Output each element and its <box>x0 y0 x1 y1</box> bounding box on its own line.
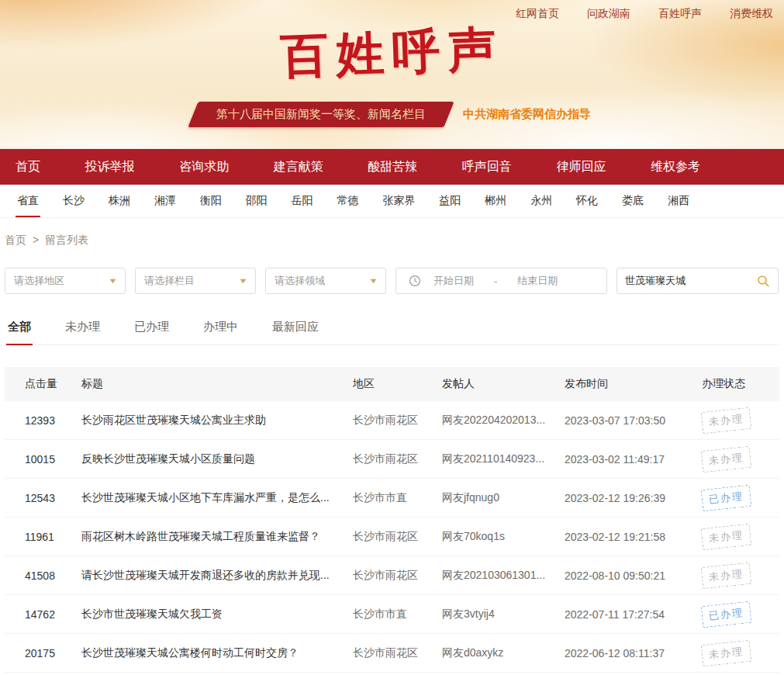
field-select[interactable]: 请选择领域 ▼ <box>265 268 386 294</box>
region-nav-item[interactable]: 益阳 <box>437 185 462 217</box>
field-select-placeholder: 请选择领域 <box>275 274 325 288</box>
status-cell: 已办理 <box>702 487 779 509</box>
table-row: 12393 长沙雨花区世茂璀璨天城公寓业主求助 长沙市雨花区 网友2022042… <box>5 401 779 440</box>
status-tab[interactable]: 办理中 <box>202 313 240 344</box>
status-cell: 未办理 <box>702 642 779 664</box>
table-row: 11961 雨花区树木岭路世茂璀璨天城工程质量谁来监督？ 长沙市雨花区 网友70… <box>5 518 779 556</box>
main-nav-item[interactable]: 投诉举报 <box>85 159 135 175</box>
col-header-clicks: 点击量 <box>25 377 81 391</box>
col-header-status: 办理状态 <box>702 377 779 391</box>
post-title-link[interactable]: 长沙世茂璀璨天城小区地下车库漏水严重，是怎么... <box>81 491 353 505</box>
clicks-count: 41508 <box>25 569 81 582</box>
status-tab[interactable]: 未办理 <box>64 313 102 344</box>
post-time: 2023-03-07 17:03:50 <box>565 414 702 427</box>
post-time: 2023-02-12 19:21:58 <box>565 531 702 543</box>
post-title-link[interactable]: 长沙雨花区世茂璀璨天城公寓业主求助 <box>81 414 353 428</box>
status-cell: 未办理 <box>702 448 779 470</box>
status-tabs: 全部未办理已办理办理中最新回应 <box>5 313 779 345</box>
breadcrumb-home-link[interactable]: 首页 <box>5 234 26 248</box>
post-time: 2023-03-02 11:49:17 <box>565 453 702 466</box>
main-nav-item[interactable]: 建言献策 <box>274 159 323 175</box>
status-cell: 未办理 <box>702 565 779 587</box>
post-region: 长沙市雨花区 <box>353 646 442 660</box>
search-icon[interactable] <box>757 275 770 288</box>
post-region: 长沙市雨花区 <box>353 452 442 466</box>
post-author: 网友jfqnug0 <box>442 491 565 505</box>
region-nav-item[interactable]: 长沙 <box>61 185 86 217</box>
table-row: 41508 请长沙世茂璀璨天城开发商退还多收的房款并兑现... 长沙市雨花区 网… <box>5 556 779 595</box>
region-nav-item[interactable]: 娄底 <box>620 185 645 217</box>
post-author: 网友202204202013... <box>442 414 565 428</box>
region-nav-item[interactable]: 省直 <box>16 185 40 217</box>
clicks-count: 11961 <box>25 531 81 543</box>
status-cell: 未办理 <box>702 526 779 548</box>
date-end-placeholder[interactable]: 结束日期 <box>517 274 558 288</box>
clicks-count: 12393 <box>25 414 81 427</box>
award-ribbon-row: 第十八届中国新闻奖一等奖、新闻名栏目 中共湖南省委网信办指导 <box>0 102 784 127</box>
post-region: 长沙市雨花区 <box>353 530 442 544</box>
post-region: 长沙市市直 <box>353 608 442 621</box>
region-select[interactable]: 请选择地区 ▼ <box>5 268 126 294</box>
breadcrumb: 首页 > 留言列表 <box>5 234 779 248</box>
post-time: 2022-08-10 09:50:21 <box>565 569 702 582</box>
search-box <box>616 268 779 294</box>
region-nav-item[interactable]: 邵阳 <box>244 185 269 217</box>
date-start-placeholder[interactable]: 开始日期 <box>433 274 474 288</box>
region-nav-item[interactable]: 张家界 <box>381 185 416 217</box>
main-nav-item[interactable]: 咨询求助 <box>179 159 229 175</box>
region-nav-item[interactable]: 湘潭 <box>153 185 178 217</box>
post-title-link[interactable]: 长沙市世茂璀璨天城欠我工资 <box>81 608 353 621</box>
status-tab[interactable]: 全部 <box>6 313 33 344</box>
post-title-link[interactable]: 请长沙世茂璀璨天城开发商退还多收的房款并兑现... <box>81 569 353 583</box>
clicks-count: 20175 <box>25 647 81 659</box>
chevron-down-icon: ▼ <box>108 277 117 285</box>
post-region: 长沙市雨花区 <box>353 569 442 583</box>
table-header: 点击量 标题 地区 发帖人 发布时间 办理状态 <box>5 367 779 401</box>
post-region: 长沙市市直 <box>353 491 442 505</box>
col-header-time: 发布时间 <box>565 377 702 391</box>
main-nav-item[interactable]: 首页 <box>16 159 40 175</box>
post-time: 2022-07-11 17:27:54 <box>565 608 702 621</box>
region-nav-item[interactable]: 常德 <box>335 185 360 217</box>
main-nav-item[interactable]: 律师回应 <box>556 159 606 175</box>
status-cell: 已办理 <box>702 604 779 625</box>
col-header-poster: 发帖人 <box>442 377 565 391</box>
date-range-picker[interactable]: 开始日期 - 结束日期 <box>395 268 607 294</box>
post-title-link[interactable]: 反映长沙世茂璀璨天城小区质量问题 <box>81 452 353 466</box>
col-header-title: 标题 <box>81 377 353 391</box>
post-time: 2022-06-12 08:11:37 <box>565 647 702 659</box>
region-nav-item[interactable]: 株洲 <box>107 185 132 217</box>
status-tab[interactable]: 最新回应 <box>271 313 320 344</box>
region-nav-item[interactable]: 衡阳 <box>199 185 223 217</box>
post-author: 网友202110140923... <box>442 452 565 466</box>
column-select[interactable]: 请选择栏目 ▼ <box>135 268 256 294</box>
col-header-region: 地区 <box>353 377 442 391</box>
chevron-down-icon: ▼ <box>368 277 378 285</box>
region-nav-item[interactable]: 永州 <box>529 185 554 217</box>
table-row: 14762 长沙市世茂璀璨天城欠我工资 长沙市市直 网友3vtyij4 2022… <box>5 595 779 634</box>
status-tab[interactable]: 已办理 <box>133 313 171 344</box>
main-nav-item[interactable]: 维权参考 <box>651 159 700 175</box>
main-nav-item[interactable]: 呼声回音 <box>462 159 512 175</box>
status-badge: 未办理 <box>701 639 752 666</box>
region-nav-item[interactable]: 怀化 <box>575 185 599 217</box>
region-nav: 省直长沙株洲湘潭衡阳邵阳岳阳常德张家界益阳郴州永州怀化娄底湘西 <box>0 185 784 218</box>
table-row: 20175 长沙世茂璀璨天城公寓楼何时动工何时交房？ 长沙市雨花区 网友d0ax… <box>5 634 779 673</box>
region-nav-item[interactable]: 郴州 <box>483 185 508 217</box>
post-time: 2023-02-12 19:26:39 <box>565 492 702 504</box>
breadcrumb-current: 留言列表 <box>45 234 88 248</box>
clock-icon <box>409 275 421 287</box>
post-title-link[interactable]: 雨花区树木岭路世茂璀璨天城工程质量谁来监督？ <box>81 530 353 544</box>
main-nav: 首页投诉举报咨询求助建言献策酸甜苦辣呼声回音律师回应维权参考 <box>0 149 784 185</box>
status-badge: 未办理 <box>701 523 752 549</box>
status-badge: 已办理 <box>701 484 752 511</box>
post-title-link[interactable]: 长沙世茂璀璨天城公寓楼何时动工何时交房？ <box>81 646 353 660</box>
region-nav-item[interactable]: 岳阳 <box>290 185 315 217</box>
date-separator: - <box>494 275 497 287</box>
search-input[interactable] <box>625 275 757 287</box>
region-nav-item[interactable]: 湘西 <box>666 185 691 217</box>
column-select-placeholder: 请选择栏目 <box>144 274 195 288</box>
award-ribbon: 第十八届中国新闻奖一等奖、新闻名栏目 <box>193 102 449 127</box>
status-badge: 未办理 <box>701 445 752 472</box>
main-nav-item[interactable]: 酸甜苦辣 <box>368 159 417 175</box>
